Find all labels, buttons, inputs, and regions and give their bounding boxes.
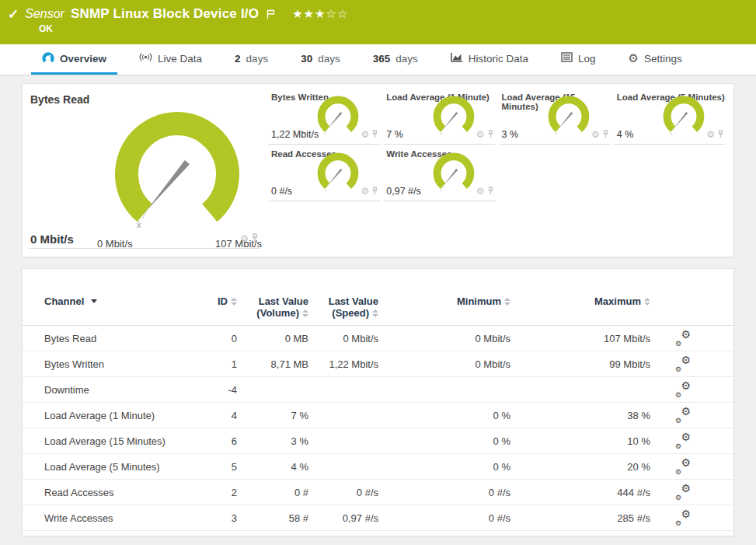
gauge-settings-gear-icon[interactable]: ⚙ (240, 234, 249, 243)
gauge-pin-icon[interactable] (602, 128, 609, 141)
cell-channel[interactable]: Bytes Written (44, 358, 200, 370)
cell-last-value-volume: 58 # (237, 512, 308, 524)
cell-id: 3 (200, 512, 237, 524)
gauge-tile-load-average-1-minute[interactable]: Load Average (1 Minute) x̄ 7 %⚙ (383, 88, 495, 145)
gauge-pin-icon[interactable] (487, 184, 494, 198)
cell-channel[interactable]: Load Average (15 Minutes) (44, 435, 200, 447)
tile-gauge: x̄ (662, 95, 705, 139)
table-row[interactable]: Load Average (1 Minute)47 %0 %38 %⚙⚙ (23, 403, 733, 428)
tile-value: 0 #/s (271, 186, 292, 197)
table-row[interactable]: Write Accesses358 #0,97 #/s0 #/s285 #/s⚙… (23, 505, 733, 531)
flag-icon[interactable] (267, 9, 275, 19)
tab-live-data[interactable]: Live Data (128, 44, 213, 75)
cell-last-value-volume: 0 # (237, 487, 308, 498)
tab-label: Live Data (158, 53, 202, 65)
tile-value: 7 % (386, 129, 403, 140)
column-header-last-value-speed[interactable]: Last Value (Speed) (308, 295, 378, 319)
channel-settings-gears-icon[interactable]: ⚙⚙ (675, 459, 692, 473)
channel-settings-gears-icon[interactable]: ⚙⚙ (675, 510, 692, 524)
gauge-pin-icon[interactable] (251, 232, 259, 246)
channel-settings-gears-icon[interactable]: ⚙⚙ (675, 484, 692, 498)
table-row[interactable]: Read Accesses20 #0 #/s0 #/s444 #/s⚙⚙ (23, 480, 733, 505)
gauge-settings-gear-icon[interactable]: ⚙ (476, 187, 485, 196)
sort-icon (644, 298, 650, 306)
tile-gauge: x̄ (432, 95, 476, 139)
tab-number: 365 (373, 53, 391, 65)
table-row[interactable]: Load Average (15 Minutes)63 %0 %10 %⚙⚙ (23, 428, 733, 454)
tile-gauge: x̄ (432, 152, 476, 196)
cell-maximum: 107 Mbit/s (510, 333, 650, 344)
table-row[interactable]: Bytes Read00 MB0 Mbit/s0 Mbit/s107 Mbit/… (23, 326, 733, 351)
tab-overview[interactable]: Overview (31, 44, 117, 75)
gauge-settings-gear-icon[interactable]: ⚙ (706, 130, 715, 139)
cell-channel[interactable]: Downtime (44, 384, 200, 396)
cell-id: 5 (200, 461, 237, 473)
channel-settings-gears-icon[interactable]: ⚙⚙ (675, 330, 692, 344)
tab-settings[interactable]: ⚙Settings (618, 44, 693, 75)
gauge-pin-icon[interactable] (487, 128, 494, 141)
sort-icon (302, 309, 308, 317)
tab-days[interactable]: 365days (362, 44, 429, 75)
gauge-dial: x̄ (432, 95, 476, 136)
tile-value: 3 % (502, 129, 519, 140)
column-header-maximum[interactable]: Maximum (510, 295, 650, 307)
gauge-average-marker: x̄ (325, 189, 326, 192)
tile-value: 4 % (617, 129, 634, 140)
cell-minimum: 0 % (378, 410, 510, 421)
tab-log[interactable]: Log (550, 44, 607, 75)
gauge-pin-icon[interactable] (371, 184, 378, 198)
gauge-average-marker: x̄ (440, 132, 441, 135)
main-gauge-tile[interactable]: Bytes Read x̄ 0 Mbit/s 107 Mbit/s 0 Mbit… (23, 84, 267, 257)
cell-channel[interactable]: Read Accesses (44, 487, 200, 498)
table-row[interactable]: Downtime-4⚙⚙ (23, 377, 733, 403)
gauge-tile-read-accesses[interactable]: Read Accesses x̄ 0 #/s⚙ (268, 145, 380, 201)
cell-channel[interactable]: Load Average (1 Minute) (44, 410, 200, 421)
cell-channel[interactable]: Write Accesses (44, 512, 200, 524)
gauge-pin-icon[interactable] (371, 128, 378, 141)
gauge-settings-gear-icon[interactable]: ⚙ (591, 130, 600, 139)
cell-channel[interactable]: Bytes Read (44, 333, 200, 344)
gauge-tile-load-average-5-minutes[interactable]: Load Average (5 Minutes) x̄ 4 %⚙ (614, 88, 726, 145)
status-check-icon: ✓ (8, 8, 19, 21)
gauge-arc (322, 156, 355, 186)
gauge-tile-bytes-written[interactable]: Bytes Written x̄ 1,22 Mbit/s⚙ (268, 88, 380, 145)
table-row[interactable]: Load Average (5 Minutes)54 %0 %20 %⚙⚙ (23, 454, 733, 480)
cell-minimum: 0 #/s (378, 512, 510, 524)
gauge-pin-icon[interactable] (717, 128, 724, 141)
cell-minimum: 0 Mbit/s (378, 333, 510, 344)
column-header-id[interactable]: ID (200, 295, 237, 307)
column-header-last-value-volume[interactable]: Last Value (Volume) (237, 295, 308, 319)
gauge-dial: x̄ (111, 109, 243, 233)
channel-settings-gears-icon[interactable]: ⚙⚙ (675, 382, 692, 396)
column-header-channel[interactable]: Channel (44, 295, 200, 307)
priority-stars[interactable]: ★★★☆☆ (292, 7, 348, 21)
tab-days[interactable]: 2days (224, 44, 279, 75)
table-row[interactable]: Bytes Written18,71 MB1,22 Mbit/s0 Mbit/s… (23, 351, 733, 377)
gauge-settings-gear-icon[interactable]: ⚙ (361, 130, 369, 139)
cell-channel[interactable]: Load Average (5 Minutes) (44, 461, 200, 473)
gauge-tile-load-average-15-minutes[interactable]: Load Average (15 Minutes) x̄ 3 %⚙ (499, 88, 611, 145)
main-gauge-title: Bytes Read (30, 93, 263, 106)
channel-settings-gears-icon[interactable]: ⚙⚙ (675, 407, 692, 421)
tile-gauge: x̄ (316, 95, 360, 139)
tab-historic-data[interactable]: Historic Data (440, 44, 539, 75)
channel-settings-gears-icon[interactable]: ⚙⚙ (675, 356, 692, 370)
cell-maximum: 444 #/s (510, 487, 650, 498)
cell-last-value-volume: 8,71 MB (237, 358, 308, 370)
cell-id: 2 (200, 487, 237, 498)
tab-label: days (318, 53, 340, 65)
gauge-average-marker: x̄ (325, 132, 326, 135)
cell-minimum: 0 Mbit/s (378, 358, 510, 370)
sensor-banner: ✓ Sensor SNMP Linux Block Device I/O ★★★… (0, 0, 756, 44)
gauge-settings-gear-icon[interactable]: ⚙ (361, 187, 369, 196)
column-header-minimum[interactable]: Minimum (378, 295, 510, 307)
sort-icon (231, 298, 237, 306)
gauge-settings-gear-icon[interactable]: ⚙ (476, 130, 485, 139)
gauge-dial: x̄ (432, 152, 476, 193)
cell-maximum: 20 % (510, 461, 650, 473)
gauge-arc (437, 100, 470, 129)
cell-maximum: 38 % (510, 410, 650, 421)
channel-settings-gears-icon[interactable]: ⚙⚙ (675, 433, 692, 447)
tab-days[interactable]: 30days (290, 44, 351, 75)
gauge-tile-write-accesses[interactable]: Write Accesses x̄ 0,97 #/s⚙ (383, 145, 495, 201)
